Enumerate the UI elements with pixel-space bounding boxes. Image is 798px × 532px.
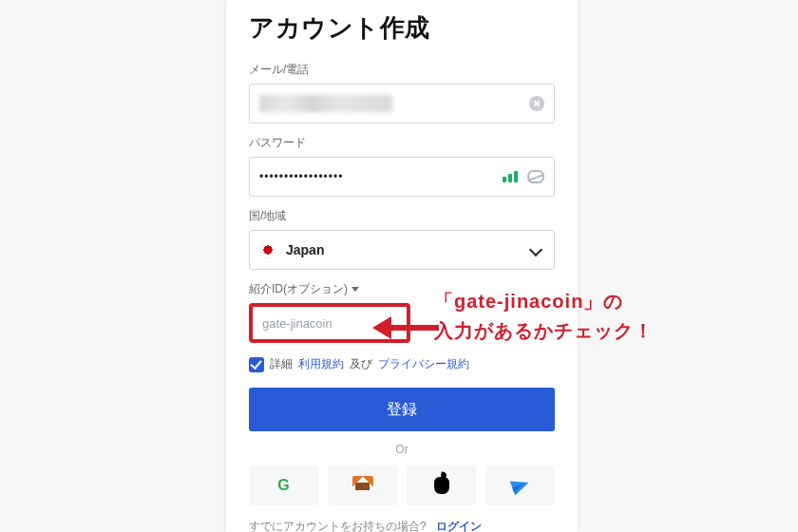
referral-input[interactable]: gate-jinacoin [249,303,410,343]
terms-checkbox[interactable] [249,357,264,372]
register-button[interactable]: 登録 [249,388,555,431]
country-label: 国/地域 [249,208,555,224]
google-login-button[interactable]: G [249,466,318,505]
email-label: メール/電話 [249,62,555,78]
page-title: アカウント作成 [249,11,555,45]
metamask-login-button[interactable] [328,466,397,505]
referral-label-row[interactable]: 紹介ID(オプション) [249,281,555,297]
password-field[interactable]: ••••••••••••••••• [249,157,555,197]
referral-placeholder: gate-jinacoin [262,316,332,331]
terms-of-service-link[interactable]: 利用規約 [298,356,344,372]
password-value: ••••••••••••••••• [259,170,343,183]
login-link[interactable]: ログイン [436,520,482,532]
caret-down-icon [352,287,359,292]
email-value-masked [259,95,392,112]
metamask-icon [352,476,373,495]
apple-icon [434,477,449,494]
telegram-login-button[interactable] [485,466,555,505]
country-value: Japan [286,242,531,257]
chevron-down-icon [529,243,542,256]
login-prompt-text: すでにアカウントをお持ちの場合? [249,520,427,532]
password-strength-icon [503,171,518,182]
or-divider: Or [249,443,555,456]
flag-japan-icon [259,241,276,258]
terms-mid: 及び [350,356,372,372]
apple-login-button[interactable] [407,466,476,505]
login-prompt: すでにアカウントをお持ちの場合? ログイン [249,519,555,532]
telegram-icon [509,475,530,495]
google-icon: G [277,477,289,494]
terms-prefix: 詳細 [270,356,293,372]
country-select[interactable]: Japan [249,230,555,270]
password-label: パスワード [249,135,555,151]
terms-row: 詳細 利用規約 及び プライバシー規約 [249,356,555,372]
signup-panel: アカウント作成 メール/電話 パスワード ••••••••••••••••• 国… [226,0,578,532]
eye-off-icon[interactable] [527,170,544,183]
email-field[interactable] [249,84,555,124]
privacy-policy-link[interactable]: プライバシー規約 [378,356,469,372]
referral-label: 紹介ID(オプション) [249,281,348,297]
social-login-row: G [249,466,555,505]
clear-icon[interactable] [529,96,544,111]
